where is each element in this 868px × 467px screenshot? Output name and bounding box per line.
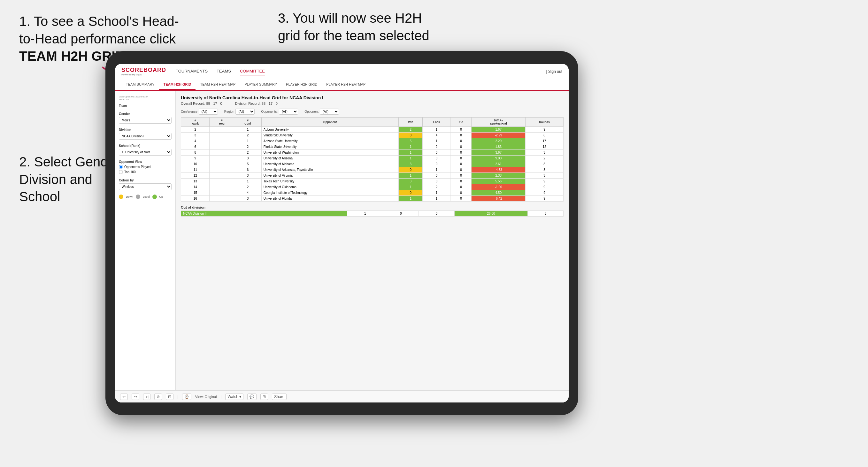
grid-btn[interactable]: ⊞ bbox=[260, 394, 268, 400]
tab-team-h2h-heatmap[interactable]: TEAM H2H HEATMAP bbox=[195, 79, 240, 90]
redo-btn[interactable]: ↪ bbox=[132, 394, 139, 400]
opponents-played-radio[interactable]: Opponents Played bbox=[119, 165, 172, 169]
td-opponent: University of Alabama bbox=[261, 161, 398, 167]
school-select[interactable]: 1. University of Nort... bbox=[119, 149, 172, 156]
td-opponent: Vanderbilt University bbox=[261, 132, 398, 138]
tab-team-h2h-grid[interactable]: TEAM H2H GRID bbox=[159, 79, 196, 90]
td-rank: 12 bbox=[181, 173, 210, 179]
td-reg bbox=[210, 196, 234, 201]
grid-title: University of North Carolina Head-to-Hea… bbox=[181, 95, 563, 100]
tab-team-summary[interactable]: TEAM SUMMARY bbox=[121, 79, 159, 90]
td-reg bbox=[210, 127, 234, 132]
td-opponent: University of Arkansas, Fayetteville bbox=[261, 167, 398, 173]
tab-player-h2h-grid[interactable]: PLAYER H2H GRID bbox=[281, 79, 322, 90]
td-diff: 1.67 bbox=[471, 127, 526, 132]
color-legend: Down Level Up bbox=[119, 194, 172, 199]
td-diff: 5.56 bbox=[471, 179, 526, 184]
nav-bar: SCOREBOARD Powered by clippd TOURNAMENTS… bbox=[115, 64, 569, 79]
td-reg bbox=[210, 167, 234, 173]
td-rounds: 8 bbox=[526, 161, 563, 167]
td-conf: 6 bbox=[234, 167, 261, 173]
td-loss: 4 bbox=[423, 132, 451, 138]
share-btn[interactable]: Share bbox=[272, 394, 286, 400]
opponent-select[interactable]: (All) bbox=[320, 108, 339, 115]
td-reg bbox=[210, 150, 234, 156]
conference-select[interactable]: (All) bbox=[199, 108, 218, 115]
undo-btn[interactable]: ↩ bbox=[120, 394, 128, 400]
td-rank: 13 bbox=[181, 179, 210, 184]
td-rounds: 9 bbox=[526, 196, 563, 201]
td-reg bbox=[210, 161, 234, 167]
camera-btn[interactable]: ⊡ bbox=[166, 394, 174, 400]
td-win: 0 bbox=[399, 132, 423, 138]
gender-select[interactable]: Men's Women's bbox=[119, 117, 172, 124]
td-conf: 2 bbox=[234, 132, 261, 138]
td-rank: 10 bbox=[181, 161, 210, 167]
table-row: 4 1 Arizona State University 5 1 0 2.29 … bbox=[181, 138, 563, 144]
td-loss: 0 bbox=[423, 156, 451, 161]
tab-player-h2h-heatmap[interactable]: PLAYER H2H HEATMAP bbox=[322, 79, 370, 90]
opponents-select[interactable]: (All) bbox=[279, 108, 298, 115]
ood-division: NCAA Division II bbox=[181, 211, 347, 217]
colour-by-select[interactable]: Win/loss bbox=[119, 183, 172, 190]
td-tie: 0 bbox=[451, 156, 471, 161]
td-loss: 1 bbox=[423, 138, 451, 144]
gender-section: Gender Men's Women's bbox=[119, 112, 172, 124]
td-tie: 0 bbox=[451, 144, 471, 150]
td-rank: 14 bbox=[181, 184, 210, 190]
filters-row: Conference (All) Region (All) Opponents: bbox=[181, 108, 563, 115]
down-label: Down bbox=[126, 195, 133, 198]
td-tie: 0 bbox=[451, 132, 471, 138]
forward-btn[interactable]: ⊕ bbox=[154, 394, 162, 400]
td-rank: 6 bbox=[181, 144, 210, 150]
tab-player-summary[interactable]: PLAYER SUMMARY bbox=[240, 79, 281, 90]
tablet-screen: SCOREBOARD Powered by clippd TOURNAMENTS… bbox=[115, 64, 569, 403]
out-of-division-title: Out of division bbox=[181, 206, 563, 209]
td-rounds: 9 bbox=[526, 190, 563, 196]
team-label: Team bbox=[119, 104, 172, 107]
td-conf: 1 bbox=[234, 179, 261, 184]
comments-btn[interactable]: 💬 bbox=[247, 394, 256, 400]
table-row: 3 2 Vanderbilt University 0 4 0 -2.29 8 bbox=[181, 132, 563, 138]
conference-label: Conference bbox=[181, 110, 197, 114]
watch-btn[interactable]: Watch ▾ bbox=[225, 394, 243, 400]
sub-nav: TEAM SUMMARY TEAM H2H GRID TEAM H2H HEAT… bbox=[115, 79, 569, 91]
col-diff: Diff AvStrokes/Rnd bbox=[471, 118, 526, 127]
logo-scoreboard: SCOREBOARD bbox=[121, 67, 166, 73]
up-label: Up bbox=[159, 195, 163, 198]
region-select[interactable]: (All) bbox=[236, 108, 255, 115]
colour-by-section: Colour by Win/loss bbox=[119, 179, 172, 190]
td-reg bbox=[210, 132, 234, 138]
td-tie: 0 bbox=[451, 184, 471, 190]
opponents-filter: Opponents: (All) bbox=[261, 108, 298, 115]
nav-committee[interactable]: COMMITTEE bbox=[240, 67, 265, 75]
td-rounds: 3 bbox=[526, 150, 563, 156]
td-conf: 5 bbox=[234, 161, 261, 167]
level-label: Level bbox=[143, 195, 150, 198]
down-color bbox=[119, 194, 123, 199]
nav-tournaments[interactable]: TOURNAMENTS bbox=[176, 67, 208, 75]
td-conf: 3 bbox=[234, 156, 261, 161]
table-row: 6 2 Florida State University 1 2 0 1.83 … bbox=[181, 144, 563, 150]
ood-diff: 26.00 bbox=[454, 211, 527, 217]
td-rounds: 3 bbox=[526, 167, 563, 173]
sign-out-link[interactable]: | Sign out bbox=[546, 69, 563, 74]
view-label: View: Original bbox=[195, 395, 217, 399]
td-opponent: Florida State University bbox=[261, 144, 398, 150]
region-label: Region bbox=[224, 110, 235, 114]
td-loss: 0 bbox=[423, 161, 451, 167]
top-100-radio[interactable]: Top 100 bbox=[119, 170, 172, 174]
division-record: Division Record: 88 - 17 - 0 bbox=[235, 101, 278, 105]
annotation-3: 3. You will now see H2Hgrid for the team… bbox=[278, 9, 483, 44]
td-diff: 2.29 bbox=[471, 138, 526, 144]
td-tie: 0 bbox=[451, 150, 471, 156]
td-conf: 2 bbox=[234, 184, 261, 190]
left-panel: Last Updated: 27/03/2024 16:55:38 Team G… bbox=[115, 91, 176, 390]
td-reg bbox=[210, 179, 234, 184]
td-win: 3 bbox=[399, 179, 423, 184]
nav-teams[interactable]: TEAMS bbox=[217, 67, 231, 75]
division-select[interactable]: NCAA Division I NCAA Division II bbox=[119, 133, 172, 139]
clock-btn[interactable]: ⌚ bbox=[182, 394, 191, 400]
back-btn[interactable]: ◁ bbox=[143, 394, 151, 400]
td-reg bbox=[210, 156, 234, 161]
